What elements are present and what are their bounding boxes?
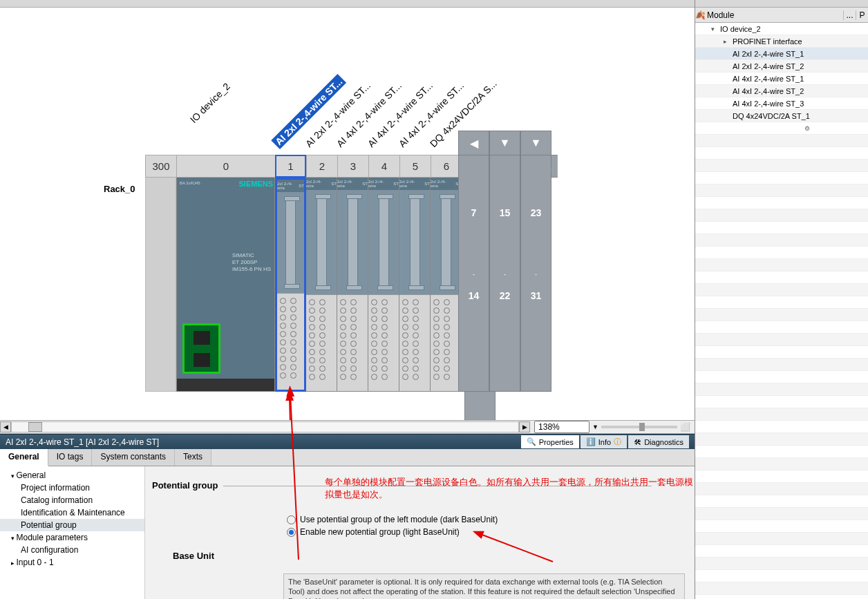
toolbar-strip: [0, 0, 695, 8]
navtree-item-3[interactable]: Identification & Maintenance: [0, 506, 144, 519]
tab-sysconst[interactable]: System constants: [92, 449, 175, 466]
hscroll-left[interactable]: ◀: [0, 421, 11, 432]
slot-0[interactable]: 0: [176, 155, 275, 178]
rtab-diagnostics[interactable]: 🛠Diagnostics: [628, 435, 689, 448]
device-canvas[interactable]: IO device_2 AI 2xI 2-,4-wire ST... AI 2x…: [0, 8, 695, 420]
module-tree-row-1[interactable]: ▸PROFINET interface: [695, 35, 868, 48]
module-tree-empty: [695, 247, 868, 259]
module-tree-empty: [695, 446, 868, 458]
module-slot-2[interactable]: 2xI 2-/4-wireST: [306, 178, 337, 392]
info-icon: ℹ️: [586, 437, 596, 446]
slot-2[interactable]: 2: [306, 155, 337, 178]
hscroll-thumb[interactable]: [28, 422, 42, 432]
navtree-item-4[interactable]: Potential group: [0, 519, 144, 531]
module-tree-row-3[interactable]: AI 2xI 2-,4-wire ST_2: [695, 60, 868, 73]
navtree-item-2[interactable]: Catalog information: [0, 494, 144, 506]
diagnostics-icon: 🛠: [634, 438, 641, 446]
module-tree-empty: [695, 284, 868, 296]
slot-300[interactable]: 300: [145, 155, 176, 178]
reserve-arrow-a[interactable]: ◀: [459, 131, 489, 155]
module-tree-row-7[interactable]: DQ 4x24VDC/2A ST_1: [695, 110, 868, 122]
radio-dark-baseunit[interactable]: [287, 515, 296, 524]
hscroll-track[interactable]: [11, 421, 519, 432]
reserve-arrow-c[interactable]: ▼: [521, 131, 551, 155]
module-tree-empty: [695, 408, 868, 421]
zoom-handle[interactable]: [639, 423, 645, 431]
module-tree-row-2[interactable]: AI 2xI 2-,4-wire ST_1: [695, 48, 868, 60]
module-tree-empty: [695, 582, 868, 595]
section-base-unit: Base Unit: [173, 551, 214, 561]
tab-iotags[interactable]: IO tags: [48, 449, 93, 466]
module-slot-1[interactable]: 2xI 2-/4-wireST: [275, 178, 306, 392]
module-tree-empty: [695, 321, 868, 334]
eth-port-2[interactable]: [194, 353, 210, 367]
rtab-properties[interactable]: 🔍Properties: [521, 435, 579, 448]
tab-texts[interactable]: Texts: [175, 449, 211, 466]
info-badge-icon: ⓘ: [614, 437, 621, 447]
module-panel-body[interactable]: ▾IO device_2▸PROFINET interfaceAI 2xI 2-…: [695, 23, 868, 599]
inspector-title: AI 2xI 2-,4-wire ST_1 [AI 2xI 2-,4-wire …: [6, 437, 159, 447]
slot-3[interactable]: 3: [337, 155, 368, 178]
module-tree-empty: [695, 296, 868, 309]
zoom-fit-icon[interactable]: ⬜: [680, 422, 690, 432]
siemens-logo: SIEMENS: [238, 180, 273, 188]
slot-5[interactable]: 5: [399, 155, 431, 178]
reserve-col-b[interactable]: ▼ 15 - 22: [489, 131, 520, 392]
module-panel-more[interactable]: ...: [843, 10, 856, 20]
ethernet-ports[interactable]: [182, 323, 220, 374]
radio-dark-label: Use potential group of the left module (…: [300, 515, 498, 524]
zoom-dropdown-icon[interactable]: ▼: [592, 424, 598, 430]
property-form: Potential group 每个单独的模块配置一套电源设备白色。如所有输入共…: [145, 466, 695, 599]
module-tree-empty: [695, 209, 868, 222]
baseunit-info: The 'BaseUnit' parameter is optional. It…: [283, 573, 685, 599]
property-navtree[interactable]: GeneralProject informationCatalog inform…: [0, 466, 145, 599]
module-tree-empty: [695, 334, 868, 346]
module-tree-empty: [695, 483, 868, 495]
module-tree-row-5[interactable]: AI 4xI 2-,4-wire ST_2: [695, 85, 868, 97]
module-tree-empty: [695, 197, 868, 209]
module-panel-title: Module: [706, 10, 843, 20]
module-tree-empty: ⚙: [695, 122, 868, 135]
module-panel-col-p[interactable]: P: [856, 10, 868, 20]
module-tree-empty: [695, 433, 868, 446]
slot-4[interactable]: 4: [368, 155, 399, 178]
module-slot-4[interactable]: 2xI 2-/4-wireST: [368, 178, 399, 392]
diag-label-device[interactable]: IO device_2: [188, 81, 232, 125]
canvas-hscroll[interactable]: ◀ ▶ ▼ ⬜: [0, 420, 695, 434]
module-tree-row-6[interactable]: AI 4xI 2-,4-wire ST_3: [695, 97, 868, 110]
tab-general[interactable]: General: [0, 449, 48, 466]
module-tree-row-4[interactable]: AI 4xI 2-,4-wire ST_1: [695, 73, 868, 85]
module-head[interactable]: BA 2xRJ45 SIEMENS SIMATIC ET 200SP IM155…: [176, 178, 275, 392]
zoom-input[interactable]: [534, 421, 589, 433]
rtab-info[interactable]: ℹ️Infoⓘ: [581, 435, 627, 448]
module-tree-empty: [695, 184, 868, 197]
zoom-slider[interactable]: [601, 426, 677, 428]
module-tree-row-0[interactable]: ▾IO device_2: [695, 23, 868, 35]
head-footer: [177, 379, 274, 391]
module-slot-6[interactable]: 2xI 2-/4-wireST: [431, 178, 462, 392]
slot-6[interactable]: 6: [431, 155, 462, 178]
module-slot-3[interactable]: 2xI 2-/4-wireST: [337, 178, 368, 392]
reserve-arrow-b[interactable]: ▼: [490, 131, 520, 155]
eth-port-1[interactable]: [194, 331, 210, 345]
reserve-col-a[interactable]: ◀ 7 - 14: [458, 131, 489, 392]
module-tree-empty: [695, 371, 868, 383]
slot-1[interactable]: 1: [275, 155, 306, 178]
navtree-item-0[interactable]: General: [0, 469, 144, 482]
module-slot-5[interactable]: 2xI 2-/4-wireST: [399, 178, 431, 392]
radio-light-baseunit[interactable]: [287, 528, 296, 537]
navtree-item-6[interactable]: AI configuration: [0, 544, 144, 556]
simatic-label: SIMATIC ET 200SP IM155-6 PN HS: [232, 252, 271, 273]
module-tree-empty: [695, 495, 868, 508]
hscroll-right[interactable]: ▶: [519, 421, 530, 432]
properties-icon: 🔍: [527, 437, 536, 446]
reserve-col-c[interactable]: ▼ 23 - 31: [520, 131, 551, 392]
radio-light-label: Enable new potential group (light BaseUn…: [300, 527, 460, 537]
module-empty-300[interactable]: [145, 178, 176, 392]
navtree-item-1[interactable]: Project information: [0, 482, 144, 494]
module-panel-icon: 🍂: [695, 10, 706, 20]
navtree-item-5[interactable]: Module parameters: [0, 531, 144, 544]
module-tree-empty: [695, 508, 868, 520]
section-potential-group: Potential group: [152, 480, 218, 491]
navtree-item-7[interactable]: Input 0 - 1: [0, 556, 144, 569]
